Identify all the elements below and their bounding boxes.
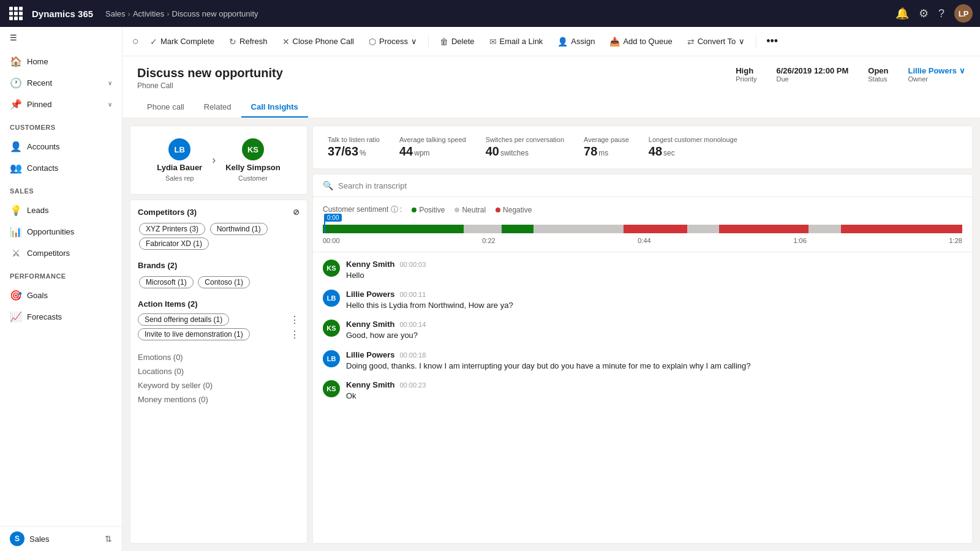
- bar-seg-4: [533, 225, 623, 233]
- sidebar: ☰ 🏠 Home 🕐 Recent ∨ 📌 Pinned ∨ Customers…: [0, 27, 123, 551]
- message-row-2: LB Lillie Powers 00:00:11 Hello this is …: [323, 290, 962, 311]
- msg-1-name: Kenny Smith: [346, 260, 394, 269]
- sidebar-item-contacts[interactable]: 👥 Contacts: [0, 157, 122, 179]
- sidebar-label-opportunities: Opportunities: [27, 227, 74, 236]
- time-66: 1:06: [793, 237, 806, 244]
- sidebar-item-pinned[interactable]: 📌 Pinned ∨: [0, 94, 122, 115]
- close-phone-call-label: Close Phone Call: [293, 37, 354, 46]
- sidebar-item-leads[interactable]: 💡 Leads: [0, 200, 122, 221]
- legend-neutral: Neutral: [454, 206, 486, 214]
- sidebar-item-goals[interactable]: 🎯 Goals: [0, 285, 122, 306]
- sidebar-item-competitors[interactable]: ⚔ Competitors: [0, 242, 122, 264]
- close-phone-call-button[interactable]: ✕ Close Phone Call: [276, 33, 360, 50]
- breadcrumb-activities[interactable]: Activities: [133, 9, 164, 18]
- bar-seg-6: [687, 225, 719, 233]
- tag-northwind[interactable]: Northwind (1): [210, 223, 268, 235]
- page-header: Discuss new opportunity Phone Call High …: [123, 56, 980, 118]
- convert-to-button[interactable]: ⇄ Convert To ∨: [681, 33, 752, 50]
- sidebar-item-opportunities[interactable]: 📊 Opportunities: [0, 221, 122, 242]
- sidebar-customers-section: 👤 Accounts 👥 Contacts: [0, 133, 122, 181]
- tag-microsoft[interactable]: Microsoft (1): [139, 276, 194, 288]
- sidebar-item-forecasts[interactable]: 📈 Forecasts: [0, 306, 122, 328]
- action-tag-1[interactable]: Send offering details (1): [138, 313, 229, 326]
- search-input[interactable]: [338, 181, 962, 190]
- mark-complete-button[interactable]: ✓ Mark Complete: [144, 33, 221, 50]
- process-button[interactable]: ⬡ Process ∨: [363, 33, 423, 50]
- waffle-menu[interactable]: [7, 5, 24, 22]
- rep-avatar: LB: [168, 138, 190, 160]
- bar-seg-2: [464, 225, 502, 233]
- page-tabs: Phone call Related Call Insights: [137, 97, 965, 118]
- sidebar-collapse-button[interactable]: ☰: [0, 27, 122, 48]
- tag-xyz[interactable]: XYZ Printers (3): [139, 223, 205, 235]
- notifications-icon[interactable]: 🔔: [895, 7, 909, 20]
- bar-seg-1: [323, 225, 464, 233]
- chevron-down-icon: ∨: [108, 80, 112, 86]
- owner-chevron-icon: ∨: [959, 66, 965, 75]
- sidebar-bottom-sales[interactable]: S Sales ⇅: [0, 526, 122, 551]
- breadcrumb-sales[interactable]: Sales: [105, 9, 126, 18]
- positive-dot: [412, 208, 417, 212]
- add-to-queue-button[interactable]: 📥 Add to Queue: [603, 33, 678, 50]
- sidebar-item-recent[interactable]: 🕐 Recent ∨: [0, 72, 122, 94]
- sidebar-item-home[interactable]: 🏠 Home: [0, 51, 122, 72]
- process-label: Process: [379, 37, 408, 46]
- waffle-icon: [9, 7, 23, 20]
- page-meta: High Priority 6/26/2019 12:00 PM Due Ope…: [736, 66, 965, 83]
- breadcrumb-current: Discuss new opportunity: [172, 9, 258, 18]
- owner-value[interactable]: Lillie Powers ∨: [908, 66, 965, 75]
- tab-phone-call[interactable]: Phone call: [137, 97, 194, 118]
- stat-pause-label: Average pause: [584, 136, 629, 143]
- recent-icon: 🕐: [10, 77, 22, 89]
- meta-due: 6/26/2019 12:00 PM Due: [776, 66, 848, 83]
- assign-button[interactable]: 👤 Assign: [551, 33, 601, 50]
- msg-1-avatar: KS: [323, 260, 340, 277]
- goals-icon: 🎯: [10, 290, 22, 301]
- sidebar-item-accounts[interactable]: 👤 Accounts: [0, 136, 122, 157]
- filter-icon[interactable]: ⊘: [293, 208, 300, 217]
- participant-rep: LB Lydia Bauer Sales rep: [157, 138, 202, 182]
- tab-related[interactable]: Related: [194, 97, 241, 118]
- locations-section: Locations (0): [138, 364, 300, 378]
- action-item-2-more[interactable]: ⋮: [290, 329, 300, 340]
- stat-pause: Average pause 78ms: [584, 136, 629, 159]
- time-44: 0:44: [638, 237, 650, 244]
- settings-icon[interactable]: ⚙: [919, 7, 929, 20]
- message-row-3: KS Kenny Smith 00:00:14 Good, how are yo…: [323, 320, 962, 341]
- action-item-1-more[interactable]: ⋮: [290, 314, 300, 326]
- tag-contoso[interactable]: Contoso (1): [198, 276, 250, 288]
- tab-call-insights[interactable]: Call Insights: [241, 97, 308, 118]
- tag-fabricator[interactable]: Fabricator XD (1): [139, 238, 209, 250]
- refresh-button[interactable]: ↻ Refresh: [223, 33, 274, 50]
- hamburger-icon: ☰: [10, 33, 17, 42]
- status-label: Status: [868, 75, 888, 83]
- stat-talk-listen-value: 37/63%: [328, 144, 380, 159]
- sidebar-label-goals: Goals: [27, 291, 48, 300]
- stat-talking-speed: Average talking speed 44wpm: [399, 136, 466, 159]
- delete-button[interactable]: 🗑 Delete: [434, 33, 481, 50]
- action-items-title: Action Items (2): [138, 299, 300, 309]
- action-item-1-row: Send offering details (1) ⋮: [138, 313, 300, 326]
- sentiment-bar-container: 0:00: [323, 225, 962, 244]
- process-icon: ⬡: [369, 37, 376, 47]
- convert-dropdown-icon: ∨: [739, 37, 745, 46]
- rep-role: Sales rep: [165, 174, 194, 182]
- msg-1-time: 00:00:03: [399, 261, 426, 268]
- insights-card: Competitors (3) ⊘ XYZ Printers (3) North…: [130, 200, 307, 544]
- stat-switches-label: Switches per conversation: [486, 136, 564, 143]
- user-avatar[interactable]: LP: [954, 4, 973, 23]
- help-icon[interactable]: ?: [938, 7, 944, 20]
- action-tag-2[interactable]: Invite to live demonstration (1): [138, 328, 250, 340]
- stat-speed-unit: wpm: [414, 149, 429, 157]
- assign-icon: 👤: [557, 37, 568, 47]
- queue-icon: 📥: [609, 37, 620, 47]
- more-commands-button[interactable]: •••: [761, 32, 783, 50]
- transcript-search-bar: 🔍: [313, 174, 972, 197]
- email-link-button[interactable]: ✉ Email a Link: [483, 33, 549, 50]
- due-value: 6/26/2019 12:00 PM: [776, 66, 848, 75]
- bar-seg-3: [502, 225, 533, 233]
- legend-negative: Negative: [496, 206, 532, 214]
- accounts-icon: 👤: [10, 141, 22, 152]
- page-title-group: Discuss new opportunity Phone Call: [137, 66, 283, 90]
- sentiment-bar-wrapper: [323, 225, 962, 233]
